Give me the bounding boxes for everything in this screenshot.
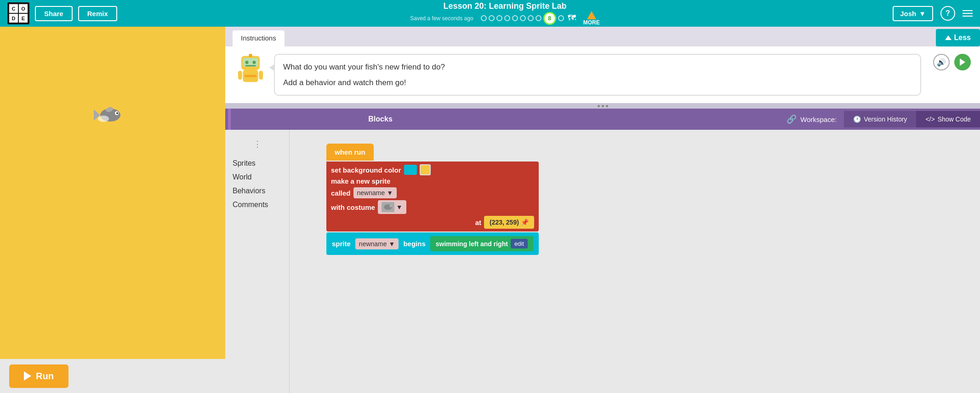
- instructions-tab[interactable]: Instructions: [233, 30, 285, 46]
- play-instruction-button[interactable]: [954, 54, 971, 70]
- coords-block[interactable]: (223, 259) 📌: [484, 216, 534, 229]
- behavior-block[interactable]: swimming left and right edit: [430, 236, 533, 251]
- called-label: called: [331, 189, 351, 197]
- more-label: MORE: [583, 19, 600, 26]
- canvas-area: [0, 27, 225, 359]
- progress-dot-current[interactable]: 8: [543, 12, 556, 25]
- progress-dot-6[interactable]: [520, 15, 526, 21]
- hamburger-menu[interactable]: [963, 10, 973, 17]
- header-center: Lesson 20: Learning Sprite Lab Saved a f…: [123, 1, 887, 26]
- progress-dot-1[interactable]: [481, 15, 487, 21]
- help-icon: ?: [946, 9, 950, 17]
- user-button[interactable]: Josh ▼: [893, 6, 933, 21]
- show-code-button[interactable]: </> Show Code: [916, 111, 980, 127]
- blocks-sidebar: ⋮ Sprites World Behaviors Comments: [225, 130, 290, 393]
- more-button[interactable]: MORE: [583, 11, 600, 26]
- header-right: Josh ▼ ?: [893, 6, 973, 21]
- resize-dots: [598, 105, 608, 107]
- red-block-container[interactable]: set background color make a new sprite c…: [326, 162, 539, 231]
- svg-point-5: [98, 116, 109, 122]
- dropdown-arrow: ▼: [387, 189, 393, 196]
- link-icon: 🔗: [786, 114, 797, 124]
- run-bar: Run: [0, 359, 225, 393]
- less-button[interactable]: Less: [936, 29, 980, 46]
- at-label: at: [475, 219, 481, 226]
- at-row: at (223, 259) 📌: [331, 216, 534, 229]
- sprite-name2-dropdown[interactable]: newname ▼: [355, 238, 399, 249]
- svg-rect-15: [259, 71, 263, 80]
- share-button[interactable]: Share: [35, 6, 73, 21]
- blocks-tab[interactable]: Blocks: [231, 115, 530, 123]
- chevron-up-icon: [945, 35, 952, 40]
- progress-dot-7[interactable]: [528, 15, 534, 21]
- with-costume-row: with costume: [331, 200, 534, 214]
- preview-panel: Run: [0, 27, 225, 393]
- instructions-content: What do you want your fish's new friend …: [225, 46, 980, 103]
- map-icon: 🗺: [568, 13, 576, 23]
- workspace-panel: Blocks 🔗 Workspace: 🕐 Version History </…: [225, 109, 980, 393]
- clock-icon: 🕐: [853, 116, 861, 123]
- progress-dot-2[interactable]: [489, 15, 495, 21]
- logo: C O D E: [7, 2, 29, 24]
- progress-dot-8[interactable]: [536, 15, 541, 21]
- costume-thumbnail: [382, 202, 394, 212]
- workspace-header: Blocks 🔗 Workspace: 🕐 Version History </…: [225, 109, 980, 130]
- header: C O D E Share Remix Lesson 20: Learning …: [0, 0, 980, 27]
- progress-dot-3[interactable]: [496, 15, 502, 21]
- resize-dot-3: [606, 105, 608, 107]
- sidebar-item-world[interactable]: World: [233, 173, 282, 181]
- progress-dot-5[interactable]: [512, 15, 518, 21]
- color-swatch[interactable]: [420, 164, 431, 175]
- coords-value: (223, 259): [490, 219, 519, 226]
- hamburger-line-3: [963, 16, 973, 17]
- play-icon: [960, 58, 965, 66]
- sound-button[interactable]: 🔊: [933, 54, 950, 70]
- blocks-workspace[interactable]: when run set background color: [290, 130, 980, 393]
- logo-o: O: [19, 4, 28, 13]
- hamburger-line-2: [963, 13, 973, 14]
- workspace-actions: 🕐 Version History </> Show Code: [844, 111, 980, 127]
- svg-point-16: [384, 204, 392, 210]
- remix-button[interactable]: Remix: [78, 6, 117, 21]
- resize-dot-2: [602, 105, 604, 107]
- speech-controls: 🔊: [933, 54, 971, 70]
- show-code-label: Show Code: [938, 116, 971, 123]
- sidebar-item-comments[interactable]: Comments: [233, 201, 282, 209]
- help-button[interactable]: ?: [940, 6, 955, 21]
- sidebar-item-behaviors[interactable]: Behaviors: [233, 187, 282, 195]
- workspace-text: Workspace:: [800, 116, 837, 123]
- pin-icon: 📌: [521, 219, 529, 226]
- robot-avatar: [234, 54, 267, 86]
- sprite-label: sprite: [332, 240, 351, 248]
- workspace-label: 🔗 Workspace:: [530, 114, 844, 124]
- costume-picker[interactable]: ▼: [378, 200, 406, 214]
- version-history-button[interactable]: 🕐 Version History: [844, 111, 916, 127]
- svg-rect-10: [245, 65, 256, 67]
- called-row: called newname ▼: [331, 187, 534, 198]
- instructions-area: Instructions Less: [225, 27, 980, 103]
- progress-dot-9[interactable]: [558, 15, 564, 21]
- play-icon: [24, 371, 31, 381]
- run-label: Run: [36, 371, 54, 381]
- version-history-label: Version History: [864, 116, 907, 123]
- sprite-begins-block[interactable]: sprite newname ▼ begins swimming left an…: [326, 232, 539, 255]
- sprite-name-dropdown[interactable]: newname ▼: [353, 187, 397, 198]
- svg-rect-14: [238, 71, 242, 80]
- run-button[interactable]: Run: [9, 364, 68, 388]
- svg-rect-11: [249, 54, 252, 57]
- blocks-main: ⋮ Sprites World Behaviors Comments when …: [225, 130, 980, 393]
- progress-dot-4[interactable]: [504, 15, 510, 21]
- instruction-line-2: Add a behavior and watch them go!: [283, 77, 912, 89]
- main-layout: Run Instructions Less: [0, 27, 980, 393]
- resize-handle[interactable]: [225, 103, 980, 109]
- block-stack: when run set background color: [326, 144, 539, 255]
- color-picker-icon[interactable]: [404, 165, 417, 175]
- right-panel: Instructions Less: [225, 27, 980, 393]
- sidebar-item-sprites[interactable]: Sprites: [233, 159, 282, 168]
- logo-e: E: [19, 14, 28, 23]
- lesson-title: Lesson 20: Learning Sprite Lab: [443, 1, 566, 11]
- edit-button[interactable]: edit: [511, 239, 528, 249]
- begins-label: begins: [403, 240, 425, 248]
- user-chevron-icon: ▼: [919, 10, 926, 17]
- when-run-block[interactable]: when run: [326, 144, 539, 161]
